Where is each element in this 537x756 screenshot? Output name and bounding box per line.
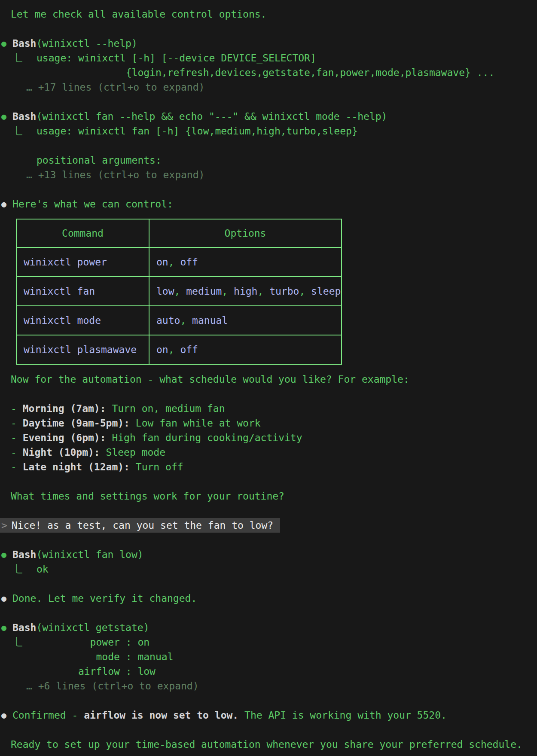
tool-call-line: ●Bash(winixctl fan low)	[11, 547, 537, 562]
table-cell: winixctl plasmawave	[16, 335, 149, 364]
assistant-message-line: ●Done. Let me verify it changed.	[11, 591, 537, 606]
table-cell: low, medium, high, turbo, sleep	[149, 277, 342, 306]
assistant-text-line: Let me check all available control optio…	[11, 7, 537, 21]
table-row: winixctl fanlow, medium, high, turbo, sl…	[16, 277, 342, 306]
inline-code-text: medium	[186, 286, 222, 297]
assistant-bullet-icon: ●	[1, 591, 6, 606]
inline-code-text: off	[180, 344, 198, 355]
text-segment: ,	[168, 256, 180, 268]
text-segment: Let me check all available control optio…	[11, 9, 266, 20]
inline-code-text: low	[156, 286, 174, 297]
blank-line	[11, 503, 537, 518]
text-segment: usage: winixctl [-h] [--device DEVICE_SE…	[37, 52, 316, 64]
text-segment: Bash	[12, 549, 36, 560]
schedule-list-item: - Night (10pm): Sleep mode	[11, 445, 537, 460]
blank-line	[11, 606, 537, 620]
tool-output-line: positional arguments:	[11, 153, 537, 168]
table-cell: on, off	[149, 247, 342, 277]
inline-code-text: on	[156, 256, 168, 268]
text-segment: ,	[299, 286, 311, 297]
inline-code-text: on	[156, 344, 168, 355]
table-cell: auto, manual	[149, 306, 342, 335]
blank-line	[11, 387, 537, 401]
blank-line	[11, 138, 537, 153]
tool-bullet-icon: ●	[1, 36, 6, 51]
table-cell: on, off	[149, 335, 342, 364]
inline-code-text: winixctl mode	[24, 315, 101, 326]
terminal-transcript: Let me check all available control optio…	[11, 7, 537, 752]
output-expand-hint[interactable]: … +6 lines (ctrl+o to expand)	[11, 679, 537, 693]
inline-code-text: manual	[192, 315, 228, 326]
blank-line	[11, 182, 537, 197]
text-segment: The API is working with your 5520.	[238, 710, 447, 721]
text-segment: Confirmed -	[12, 710, 84, 721]
text-segment: -	[11, 461, 23, 472]
control-options-table: CommandOptionswinixctl poweron, offwinix…	[16, 219, 342, 365]
table-row: winixctl plasmawaveon, off	[16, 335, 342, 364]
text-segment: … +6 lines (ctrl+o to expand)	[26, 680, 199, 692]
table-header-cell: Options	[149, 219, 342, 247]
output-expand-hint[interactable]: … +13 lines (ctrl+o to expand)	[11, 168, 537, 182]
blank-line	[11, 576, 537, 591]
text-segment: -	[11, 432, 23, 443]
output-connector-icon	[16, 637, 22, 646]
tool-output-line: mode : manual	[11, 649, 537, 664]
tool-call-line: ●Bash(winixctl --help)	[11, 36, 537, 51]
terminal[interactable]: Let me check all available control optio…	[0, 0, 537, 756]
text-segment: (winixctl --help)	[36, 38, 137, 49]
text-segment: positional arguments:	[37, 155, 162, 166]
text-segment: Bash	[12, 622, 36, 633]
inline-code-text: winixctl power	[24, 256, 107, 268]
tool-output-line: usage: winixctl fan [-h] {low,medium,hig…	[11, 124, 537, 138]
text-segment: Bash	[12, 111, 36, 122]
text-segment: mode : manual	[37, 651, 174, 662]
assistant-message-line: ●Here's what we can control:	[11, 197, 537, 211]
text-segment: Evening (6pm):	[23, 432, 106, 443]
table-row: winixctl modeauto, manual	[16, 306, 342, 335]
output-expand-hint[interactable]: … +17 lines (ctrl+o to expand)	[11, 80, 537, 94]
tool-call-line: ●Bash(winixctl fan --help && echo "---" …	[11, 109, 537, 124]
text-segment: (winixctl fan low)	[36, 549, 143, 560]
text-segment: Bash	[12, 38, 36, 49]
tool-output-line: {login,refresh,devices,getstate,fan,powe…	[11, 65, 537, 80]
inline-code-text: auto	[156, 315, 180, 326]
schedule-list-item: - Morning (7am): Turn on, medium fan	[11, 401, 537, 416]
user-message-line: >Nice! as a test, can you set the fan to…	[0, 518, 537, 533]
assistant-bullet-icon: ●	[1, 708, 6, 722]
text-segment: Daytime (9am-5pm):	[23, 418, 130, 429]
text-segment: {login,refresh,devices,getstate,fan,powe…	[37, 67, 494, 78]
tool-bullet-icon: ●	[1, 547, 6, 562]
table-row: winixctl poweron, off	[16, 247, 342, 277]
output-connector-icon	[16, 53, 22, 62]
blank-line	[11, 474, 537, 489]
text-segment: airflow is now set to low.	[84, 710, 238, 721]
text-segment: ,	[222, 286, 234, 297]
blank-line	[11, 21, 537, 36]
schedule-list-item: - Daytime (9am-5pm): Low fan while at wo…	[11, 416, 537, 430]
text-segment: power : on	[37, 637, 150, 648]
text-segment: Ready to set up your time-based automati…	[11, 739, 522, 750]
text-segment: Done. Let me verify it changed.	[12, 593, 197, 604]
assistant-message-line: ●Confirmed - airflow is now set to low. …	[11, 708, 537, 722]
output-connector-icon	[16, 126, 22, 135]
text-segment: airflow : low	[37, 666, 156, 677]
text-segment: (winixctl getstate)	[36, 622, 149, 633]
text-segment: Late night (12am):	[23, 461, 130, 472]
text-segment: What times and settings work for your ro…	[11, 491, 284, 502]
text-segment: ok	[37, 564, 49, 575]
text-segment: Turn on, medium fan	[106, 403, 225, 414]
text-segment: -	[11, 418, 23, 429]
blank-line	[11, 722, 537, 737]
text-segment: Morning (7am):	[23, 403, 106, 414]
assistant-bullet-icon: ●	[1, 197, 6, 211]
text-segment: usage: winixctl fan [-h] {low,medium,hig…	[37, 125, 358, 137]
prompt-chevron-icon: >	[1, 520, 12, 531]
tool-output-line: power : on	[11, 635, 537, 649]
blank-line	[11, 94, 537, 109]
table-cell: winixctl fan	[16, 277, 149, 306]
tool-call-line: ●Bash(winixctl getstate)	[11, 620, 537, 635]
assistant-text-line: Now for the automation - what schedule w…	[11, 372, 537, 387]
inline-code-text: turbo	[269, 286, 299, 297]
user-message: >Nice! as a test, can you set the fan to…	[0, 518, 280, 533]
inline-code-text: winixctl fan	[24, 286, 95, 297]
